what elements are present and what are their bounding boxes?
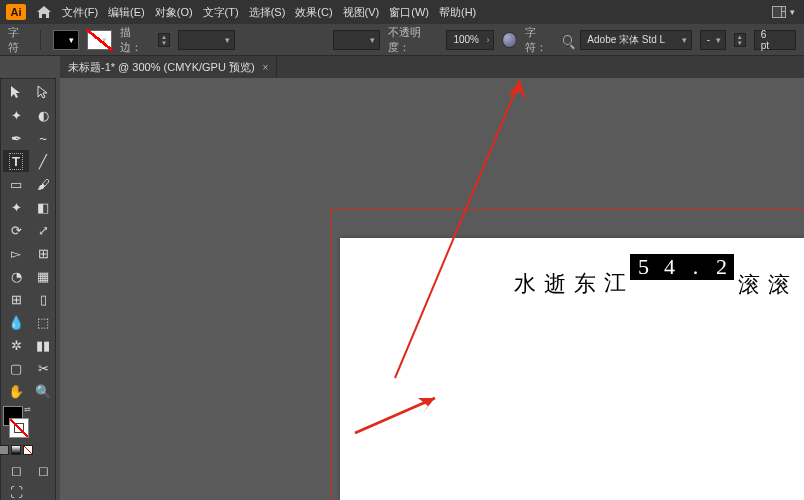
menu-edit[interactable]: 编辑(E) bbox=[108, 5, 145, 20]
font-size-value: 6 pt bbox=[761, 29, 777, 51]
magic-wand-tool[interactable]: ✦ bbox=[3, 104, 29, 126]
color-mode-gradient[interactable] bbox=[11, 445, 21, 455]
svg-rect-1 bbox=[773, 7, 781, 17]
stroke-width-select[interactable]: ▾ bbox=[178, 30, 235, 50]
stroke-label: 描边： bbox=[120, 25, 150, 55]
text-char: 滚 bbox=[734, 254, 764, 280]
font-size-select[interactable]: 6 pt bbox=[754, 30, 796, 50]
menu-file[interactable]: 文件(F) bbox=[62, 5, 98, 20]
shaper-tool[interactable]: ✦ bbox=[3, 196, 29, 218]
text-char: 江 bbox=[600, 254, 630, 280]
selection-tool[interactable] bbox=[3, 81, 29, 103]
text-char: 逝 bbox=[540, 254, 570, 280]
paintbrush-tool[interactable]: 🖌 bbox=[30, 173, 56, 195]
opacity-value: 100% bbox=[453, 34, 479, 45]
curvature-tool[interactable]: ~ bbox=[30, 127, 56, 149]
menu-effect[interactable]: 效果(C) bbox=[295, 5, 332, 20]
divider bbox=[40, 30, 41, 50]
chevron-down-icon: ▾ bbox=[790, 7, 798, 17]
symbol-sprayer-tool[interactable]: ✲ bbox=[3, 334, 29, 356]
svg-rect-3 bbox=[782, 12, 785, 17]
opacity-input[interactable]: 100%› bbox=[446, 30, 494, 50]
menu-window[interactable]: 窗口(W) bbox=[389, 5, 429, 20]
color-mode-solid[interactable] bbox=[0, 445, 9, 455]
app-logo: Ai bbox=[6, 4, 26, 20]
scale-tool[interactable]: ⤢ bbox=[30, 219, 56, 241]
text-char: 水 bbox=[510, 254, 540, 280]
stroke-profile-select[interactable]: ▾ bbox=[333, 30, 381, 50]
text-char: 滚 bbox=[764, 254, 794, 280]
font-style-value: - bbox=[707, 34, 710, 45]
menu-view[interactable]: 视图(V) bbox=[343, 5, 380, 20]
menu-object[interactable]: 对象(O) bbox=[155, 5, 193, 20]
artboard-tool[interactable]: ▢ bbox=[3, 357, 29, 379]
stroke-swatch-none[interactable]: ▾ bbox=[87, 30, 113, 50]
zoom-tool[interactable]: 🔍 bbox=[30, 380, 56, 402]
rectangle-tool[interactable]: ▭ bbox=[3, 173, 29, 195]
font-name-value: Adobe 宋体 Std L bbox=[587, 33, 665, 47]
slice-tool[interactable]: ✂ bbox=[30, 357, 56, 379]
shape-builder-tool[interactable]: ◔ bbox=[3, 265, 29, 287]
menu-help[interactable]: 帮助(H) bbox=[439, 5, 476, 20]
panel-label: 字符 bbox=[8, 25, 28, 55]
size-stepper[interactable]: ▲▼ bbox=[734, 33, 746, 47]
width-tool[interactable]: ▻ bbox=[3, 242, 29, 264]
mesh-tool[interactable]: ⊞ bbox=[3, 288, 29, 310]
text-char-selected: . bbox=[682, 254, 708, 280]
artboard[interactable]: 滚 滚 2 . 4 5 江 东 逝 水 bbox=[340, 238, 804, 500]
rotate-tool[interactable]: ⟳ bbox=[3, 219, 29, 241]
direct-selection-tool[interactable] bbox=[30, 81, 56, 103]
eyedropper-tool[interactable]: 💧 bbox=[3, 311, 29, 333]
fill-swatch[interactable]: ▾ bbox=[53, 30, 79, 50]
swap-fill-stroke-icon[interactable]: ⇄ bbox=[24, 405, 31, 414]
text-char-selected: 4 bbox=[656, 254, 682, 280]
vertical-text-object[interactable]: 滚 滚 2 . 4 5 江 东 逝 水 bbox=[510, 254, 794, 280]
color-mode-none[interactable] bbox=[23, 445, 33, 455]
menu-select[interactable]: 选择(S) bbox=[249, 5, 286, 20]
text-char-selected: 5 bbox=[630, 254, 656, 280]
stroke-stepper[interactable]: ▲▼ bbox=[158, 33, 170, 47]
perspective-grid-tool[interactable]: ▦ bbox=[30, 265, 56, 287]
recolor-icon[interactable] bbox=[502, 32, 517, 48]
type-tool[interactable]: T bbox=[3, 150, 29, 172]
menu-bar: Ai 文件(F) 编辑(E) 对象(O) 文字(T) 选择(S) 效果(C) 视… bbox=[0, 0, 804, 24]
gradient-tool[interactable]: ▯ bbox=[30, 288, 56, 310]
document-tab-bar: 未标题-1* @ 300% (CMYK/GPU 预览) × bbox=[60, 56, 804, 78]
draw-mode-normal[interactable]: ◻ bbox=[3, 459, 29, 481]
workspace-switcher[interactable]: ▾ bbox=[772, 6, 798, 18]
text-char: 东 bbox=[570, 254, 600, 280]
canvas-area[interactable]: 滚 滚 2 . 4 5 江 东 逝 水 bbox=[60, 78, 804, 500]
font-family-select[interactable]: Adobe 宋体 Std L▾ bbox=[580, 30, 691, 50]
line-tool[interactable]: ╱ bbox=[30, 150, 56, 172]
free-transform-tool[interactable]: ⊞ bbox=[30, 242, 56, 264]
toolbox: ✦ ◐ ✒ ~ T ╱ ▭ 🖌 ✦ ◧ ⟳ ⤢ ▻ ⊞ ◔ ▦ ⊞ ▯ 💧 ⬚ … bbox=[0, 78, 56, 500]
menu-type[interactable]: 文字(T) bbox=[203, 5, 239, 20]
color-mode-row bbox=[3, 442, 29, 458]
panel-layout-icon bbox=[772, 6, 786, 18]
hand-tool[interactable]: ✋ bbox=[3, 380, 29, 402]
lasso-tool[interactable]: ◐ bbox=[30, 104, 56, 126]
document-tab[interactable]: 未标题-1* @ 300% (CMYK/GPU 预览) × bbox=[60, 56, 277, 78]
search-icon bbox=[563, 35, 572, 45]
stroke-color-box[interactable] bbox=[9, 418, 29, 438]
draw-mode-behind[interactable]: ◻ bbox=[30, 459, 56, 481]
char-label: 字符： bbox=[525, 25, 555, 55]
svg-rect-2 bbox=[782, 7, 785, 11]
blend-tool[interactable]: ⬚ bbox=[30, 311, 56, 333]
svg-marker-5 bbox=[508, 80, 526, 100]
close-icon[interactable]: × bbox=[263, 62, 269, 73]
options-bar: 字符 ▾ ▾ 描边： ▲▼ ▾ ▾ 不透明度： 100%› 字符： Adobe … bbox=[0, 24, 804, 56]
opacity-label: 不透明度： bbox=[388, 25, 438, 55]
pen-tool[interactable]: ✒ bbox=[3, 127, 29, 149]
font-style-select[interactable]: -▾ bbox=[700, 30, 726, 50]
column-graph-tool[interactable]: ▮▮ bbox=[30, 334, 56, 356]
fill-stroke-controls[interactable]: ⇄ bbox=[3, 403, 29, 441]
screen-mode-button[interactable]: ⛶ bbox=[3, 482, 29, 500]
eraser-tool[interactable]: ◧ bbox=[30, 196, 56, 218]
text-char-selected: 2 bbox=[708, 254, 734, 280]
tab-title: 未标题-1* @ 300% (CMYK/GPU 预览) bbox=[68, 60, 255, 75]
home-icon[interactable] bbox=[36, 5, 52, 19]
